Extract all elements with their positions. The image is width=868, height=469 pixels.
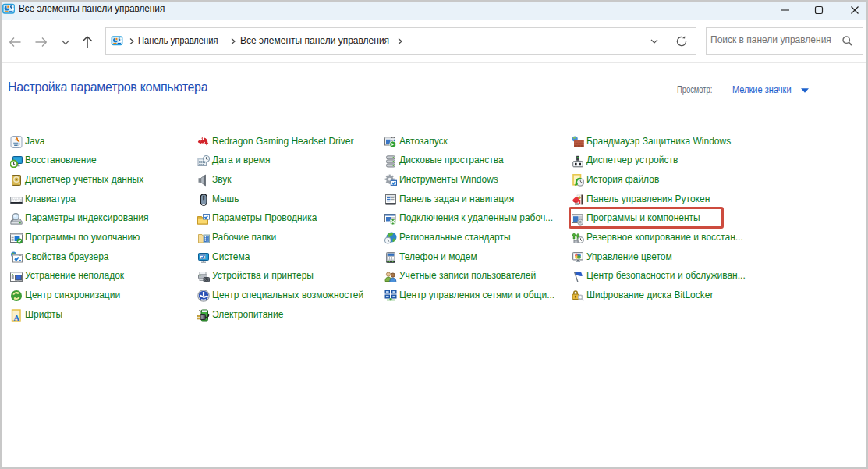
svg-text:A: A [13, 312, 19, 322]
